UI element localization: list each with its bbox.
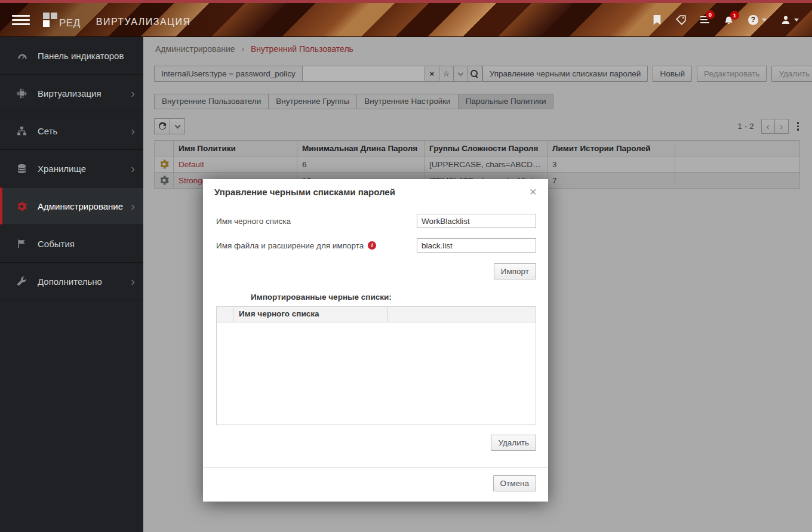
chevron-right-icon: ›	[131, 127, 135, 135]
chip-icon	[17, 88, 29, 99]
sidebar-item-label: Хранилище	[38, 164, 86, 174]
notifications-bell-icon[interactable]: 1	[724, 15, 734, 25]
chevron-right-icon: ›	[131, 202, 135, 210]
hamburger-menu-icon[interactable]	[12, 13, 30, 27]
blacklist-name-label: Имя черного списка	[216, 217, 417, 226]
chevron-right-icon: ›	[131, 89, 135, 97]
sidebar-item-label: Виртуализация	[38, 88, 102, 99]
flag-icon	[17, 239, 29, 249]
blacklist-modal: Управление черными списками паролей × Им…	[203, 179, 548, 502]
modal-close-icon[interactable]: ×	[530, 186, 537, 198]
sidebar: Панель индикаторов Виртуализация › Сеть …	[0, 37, 143, 532]
blacklist-col-icon	[217, 307, 233, 322]
network-icon	[17, 126, 29, 136]
wrench-icon	[17, 276, 29, 287]
alerts-badge: 1	[730, 11, 739, 20]
sidebar-item-label: Сеть	[38, 126, 57, 136]
sidebar-item-virtualization[interactable]: Виртуализация ›	[0, 75, 143, 112]
import-filename-label: Имя файла и расширение для импорта	[216, 241, 364, 250]
gear-icon	[17, 201, 29, 211]
chevron-right-icon: ›	[131, 164, 135, 173]
dashboard-gauge-icon	[17, 51, 29, 60]
brand-red-label: РЕД	[59, 19, 81, 27]
sidebar-item-dashboard[interactable]: Панель индикаторов	[0, 37, 143, 75]
import-button[interactable]: Импорт	[494, 263, 536, 279]
modal-title: Управление черными списками паролей	[214, 187, 395, 197]
brand-logo: РЕД ВИРТУАЛИЗАЦИЯ	[43, 13, 190, 27]
sidebar-item-label: Дополнительно	[38, 276, 102, 287]
tasks-icon[interactable]: 0	[700, 14, 709, 25]
imported-blacklists-table: Имя черного списка	[216, 306, 536, 425]
import-filename-input[interactable]	[417, 238, 536, 253]
caret-down-icon	[762, 19, 767, 21]
sidebar-item-label: Панель индикаторов	[38, 51, 124, 61]
blacklist-col-empty	[388, 307, 536, 322]
caret-down-icon	[794, 19, 799, 21]
bookmark-icon[interactable]	[653, 15, 662, 25]
blacklist-name-input[interactable]	[417, 214, 536, 228]
sidebar-item-storage[interactable]: Хранилище ›	[0, 150, 143, 187]
sidebar-item-label: Администрирование	[38, 201, 123, 211]
sidebar-item-events[interactable]: События	[0, 225, 143, 263]
sidebar-item-label: События	[38, 239, 75, 249]
chevron-right-icon: ›	[131, 277, 135, 285]
brand-product-label: ВИРТУАЛИЗАЦИЯ	[96, 17, 191, 27]
help-menu[interactable]: ?	[748, 15, 767, 25]
sidebar-item-additional[interactable]: Дополнительно ›	[0, 263, 143, 300]
cancel-button[interactable]: Отмена	[493, 475, 536, 491]
database-icon	[17, 164, 29, 174]
brand-squares-icon	[43, 13, 57, 27]
info-icon: i	[368, 241, 376, 250]
user-menu[interactable]	[781, 15, 799, 24]
imported-blacklists-label: Импортированные черные списки:	[251, 293, 536, 302]
sidebar-item-network[interactable]: Сеть ›	[0, 112, 143, 150]
help-icon: ?	[748, 15, 758, 25]
blacklist-table-body	[217, 322, 536, 425]
masthead: РЕД ВИРТУАЛИЗАЦИЯ 0 1 ?	[0, 3, 812, 37]
blacklist-col-name: Имя черного списка	[233, 307, 388, 322]
sidebar-item-administration[interactable]: Администрирование ›	[0, 187, 143, 225]
tag-icon[interactable]	[676, 15, 686, 25]
delete-blacklist-button[interactable]: Удалить	[491, 435, 536, 451]
tasks-badge: 0	[706, 10, 715, 19]
